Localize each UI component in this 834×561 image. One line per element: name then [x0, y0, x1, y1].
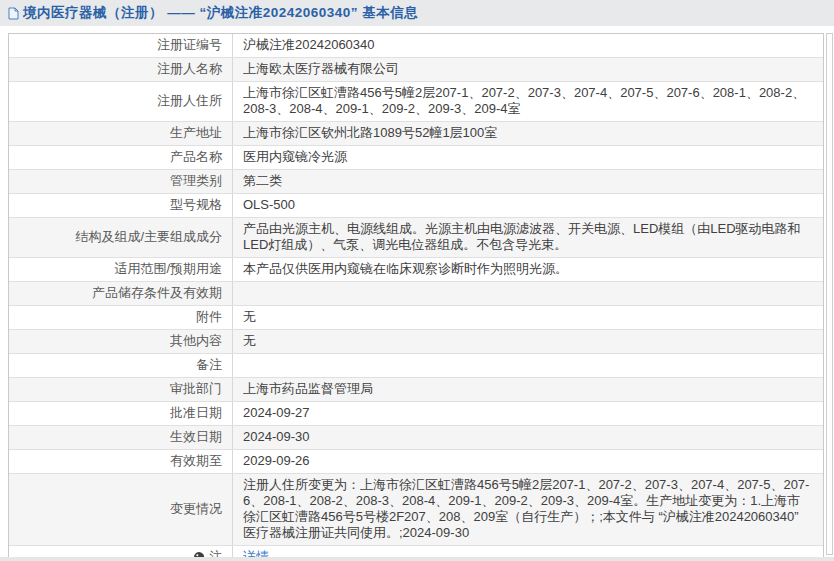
row-value-text: 第二类	[243, 173, 282, 189]
page-title: 境内医疗器械（注册） —— “沪械注准20242060340” 基本信息	[23, 4, 418, 22]
row-label-text: 备注	[196, 357, 222, 373]
row-value-text: 2029-09-26	[243, 453, 310, 469]
row-label: 管理类别	[9, 170, 233, 193]
table-row: 结构及组成/主要组成成分产品由光源主机、电源线组成。光源主机由电源滤波器、开关电…	[9, 218, 823, 258]
row-label: 注册人住所	[9, 82, 233, 121]
table-row: 附件无	[9, 306, 823, 330]
info-table: 注册证编号沪械注准20242060340注册人名称上海欧太医疗器械有限公司注册人…	[8, 33, 824, 561]
row-value: 2024-09-27	[233, 402, 823, 425]
row-label: 有效期至	[9, 450, 233, 473]
row-value-text: OLS-500	[243, 197, 295, 213]
row-value: 沪械注准20242060340	[233, 34, 823, 57]
row-value: 无	[233, 330, 823, 353]
bottom-page-edge	[0, 557, 834, 561]
row-label-text: 结构及组成/主要组成成分	[75, 229, 222, 245]
row-value-text: 无	[243, 309, 256, 325]
table-row: 产品名称医用内窥镜冷光源	[9, 146, 823, 170]
row-label: 型号规格	[9, 194, 233, 217]
row-label-text: 变更情况	[170, 501, 222, 517]
table-row: 有效期至2029-09-26	[9, 450, 823, 474]
table-row: 变更情况注册人住所变更为：上海市徐汇区虹漕路456号5幢2层207-1、207-…	[9, 474, 823, 546]
row-value: 无	[233, 306, 823, 329]
row-label: 附件	[9, 306, 233, 329]
row-label-text: 注册人名称	[157, 61, 222, 77]
row-value: 上海市药品监督管理局	[233, 378, 823, 401]
row-value-text: 上海市徐汇区虹漕路456号5幢2层207-1、207-2、207-3、207-4…	[243, 85, 813, 117]
row-value	[233, 354, 823, 377]
row-label: 产品名称	[9, 146, 233, 169]
row-label: 生产地址	[9, 122, 233, 145]
table-row: 产品储存条件及有效期	[9, 282, 823, 306]
row-label: 注册证编号	[9, 34, 233, 57]
table-row: 生效日期2024-09-30	[9, 426, 823, 450]
vertical-scrollbar[interactable]	[826, 33, 833, 555]
row-label-text: 型号规格	[170, 197, 222, 213]
table-row: 注册人名称上海欧太医疗器械有限公司	[9, 58, 823, 82]
row-value-text: 上海市药品监督管理局	[243, 381, 373, 397]
row-label-text: 适用范围/预期用途	[114, 261, 222, 277]
row-label: 审批部门	[9, 378, 233, 401]
row-label: 生效日期	[9, 426, 233, 449]
row-value-text: 医用内窥镜冷光源	[243, 149, 347, 165]
row-value-text: 上海欧太医疗器械有限公司	[243, 61, 399, 77]
table-row: 管理类别第二类	[9, 170, 823, 194]
row-label: 注册人名称	[9, 58, 233, 81]
row-label-text: 产品名称	[170, 149, 222, 165]
row-label: 批准日期	[9, 402, 233, 425]
row-label: 适用范围/预期用途	[9, 258, 233, 281]
row-value: 上海欧太医疗器械有限公司	[233, 58, 823, 81]
row-value: 第二类	[233, 170, 823, 193]
document-icon	[8, 7, 19, 20]
row-label-text: 附件	[196, 309, 222, 325]
row-value-text: 无	[243, 333, 256, 349]
row-value: 注册人住所变更为：上海市徐汇区虹漕路456号5幢2层207-1、207-2、20…	[233, 474, 823, 545]
row-value: 上海市徐汇区虹漕路456号5幢2层207-1、207-2、207-3、207-4…	[233, 82, 823, 121]
row-label-text: 其他内容	[170, 333, 222, 349]
row-value: 医用内窥镜冷光源	[233, 146, 823, 169]
row-label-text: 产品储存条件及有效期	[92, 285, 222, 301]
row-value: 上海市徐汇区钦州北路1089号52幢1层100室	[233, 122, 823, 145]
table-row: 其他内容无	[9, 330, 823, 354]
table-row: 适用范围/预期用途本产品仅供医用内窥镜在临床观察诊断时作为照明光源。	[9, 258, 823, 282]
row-value: 产品由光源主机、电源线组成。光源主机由电源滤波器、开关电源、LED模组（由LED…	[233, 218, 823, 257]
row-value: 2024-09-30	[233, 426, 823, 449]
row-value-text: 注册人住所变更为：上海市徐汇区虹漕路456号5幢2层207-1、207-2、20…	[243, 477, 813, 541]
row-label-text: 管理类别	[170, 173, 222, 189]
row-label-text: 生产地址	[170, 125, 222, 141]
row-value-text: 本产品仅供医用内窥镜在临床观察诊断时作为照明光源。	[243, 261, 568, 277]
row-value	[233, 282, 823, 305]
row-label: 备注	[9, 354, 233, 377]
row-label-text: 注册人住所	[157, 93, 222, 109]
table-row: 型号规格OLS-500	[9, 194, 823, 218]
table-row: 注册证编号沪械注准20242060340	[9, 34, 823, 58]
page-header: 境内医疗器械（注册） —— “沪械注准20242060340” 基本信息	[0, 0, 834, 26]
table-row: 生产地址上海市徐汇区钦州北路1089号52幢1层100室	[9, 122, 823, 146]
row-label: 结构及组成/主要组成成分	[9, 218, 233, 257]
row-value-text: 沪械注准20242060340	[243, 37, 375, 53]
row-label: 变更情况	[9, 474, 233, 545]
table-row: 审批部门上海市药品监督管理局	[9, 378, 823, 402]
row-label-text: 有效期至	[170, 453, 222, 469]
row-label-text: 批准日期	[170, 405, 222, 421]
row-value-text: 产品由光源主机、电源线组成。光源主机由电源滤波器、开关电源、LED模组（由LED…	[243, 221, 813, 253]
row-label: 产品储存条件及有效期	[9, 282, 233, 305]
table-row: 注册人住所上海市徐汇区虹漕路456号5幢2层207-1、207-2、207-3、…	[9, 82, 823, 122]
table-row: 批准日期2024-09-27	[9, 402, 823, 426]
row-label-text: 生效日期	[170, 429, 222, 445]
content-area: 注册证编号沪械注准20242060340注册人名称上海欧太医疗器械有限公司注册人…	[0, 26, 834, 561]
row-label-text: 审批部门	[170, 381, 222, 397]
row-value: 本产品仅供医用内窥镜在临床观察诊断时作为照明光源。	[233, 258, 823, 281]
row-label-text: 注册证编号	[157, 37, 222, 53]
row-value-text: 上海市徐汇区钦州北路1089号52幢1层100室	[243, 125, 497, 141]
table-row: 备注	[9, 354, 823, 378]
row-value-text: 2024-09-30	[243, 429, 310, 445]
row-value: OLS-500	[233, 194, 823, 217]
row-label: 其他内容	[9, 330, 233, 353]
row-value-text: 2024-09-27	[243, 405, 310, 421]
row-value: 2029-09-26	[233, 450, 823, 473]
